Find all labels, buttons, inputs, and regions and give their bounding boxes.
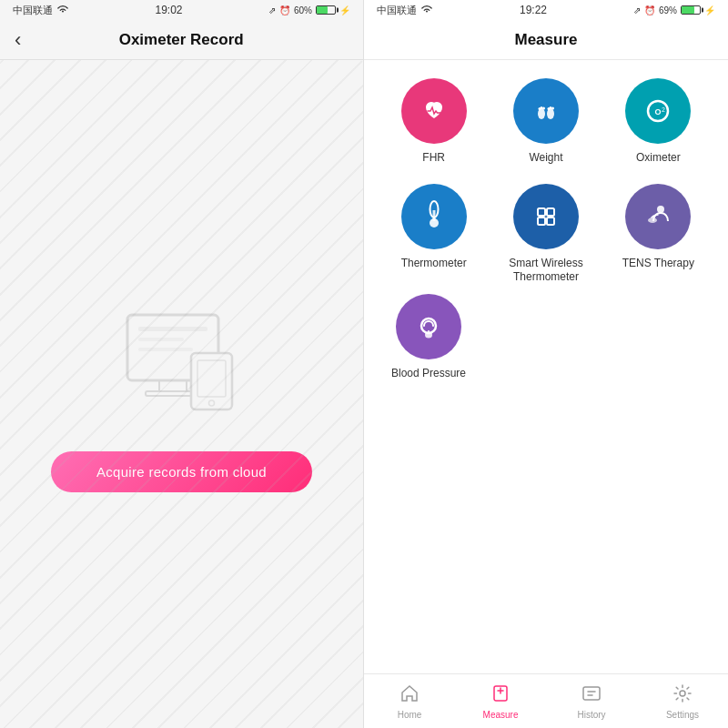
svg-rect-22	[432, 210, 435, 221]
left-status-bar: 中国联通 19:02 ⇗ ⏰ 60% ⚡	[0, 0, 363, 20]
svg-text:2: 2	[662, 106, 665, 113]
bp-label: Blood Pressure	[391, 367, 466, 381]
right-status-left: 中国联通	[377, 4, 433, 17]
weight-label: Weight	[529, 151, 562, 166]
right-wifi-icon	[420, 5, 433, 15]
svg-point-27	[657, 206, 664, 213]
measure-item-smart-thermo[interactable]: Smart WirelessThermometer	[494, 184, 597, 285]
empty-illustration	[109, 297, 255, 415]
svg-point-15	[549, 106, 551, 109]
measure-grid: FHR Weight	[382, 78, 710, 285]
tab-history-label: History	[577, 710, 605, 720]
svg-rect-5	[138, 348, 193, 351]
right-nav-title: Measure	[515, 31, 578, 49]
svg-rect-24	[547, 208, 554, 216]
measure-item-fhr[interactable]: FHR	[382, 78, 485, 166]
tab-settings[interactable]: Settings	[637, 683, 728, 720]
left-carrier: 中国联通	[13, 4, 53, 17]
tens-label: TENS Therapy	[622, 257, 694, 271]
svg-point-12	[540, 106, 542, 109]
left-status-right: ⇗ ⏰ 60% ⚡	[268, 5, 350, 15]
right-location-icon: ⇗	[633, 5, 641, 15]
measure-content: FHR Weight	[364, 60, 728, 673]
svg-rect-23	[538, 208, 545, 216]
right-carrier: 中国联通	[377, 4, 417, 17]
tab-home[interactable]: Home	[364, 683, 455, 720]
left-panel: 中国联通 19:02 ⇗ ⏰ 60% ⚡ ‹ Oximeter Record	[0, 0, 364, 728]
svg-point-13	[542, 107, 545, 110]
right-bolt-icon: ⚡	[704, 5, 715, 15]
tab-settings-label: Settings	[666, 710, 699, 720]
right-alarm-icon: ⏰	[644, 5, 655, 15]
svg-point-36	[680, 691, 685, 696]
left-location-icon: ⇗	[268, 5, 276, 15]
acquire-btn[interactable]: Acquire records from cloud	[51, 451, 312, 492]
right-nav-bar: Measure	[364, 20, 728, 60]
svg-point-9	[538, 108, 545, 119]
tab-measure-label: Measure	[483, 710, 519, 720]
fhr-icon-circle	[401, 78, 467, 144]
left-bolt-icon: ⚡	[339, 5, 350, 15]
left-battery-pct: 60%	[294, 5, 312, 15]
svg-point-10	[547, 108, 554, 119]
home-icon	[399, 683, 420, 707]
smart-thermo-icon-circle	[513, 184, 579, 249]
left-alarm-icon: ⏰	[279, 5, 290, 15]
measure-item-weight[interactable]: Weight	[494, 78, 597, 166]
tab-home-label: Home	[398, 710, 422, 720]
measure-item-bp[interactable]: Blood Pressure	[391, 294, 466, 381]
thermometer-label: Thermometer	[401, 257, 467, 271]
right-panel: 中国联通 19:22 ⇗ ⏰ 69% ⚡ Measure	[364, 0, 728, 728]
svg-rect-4	[138, 338, 184, 341]
right-battery-icon	[681, 5, 701, 15]
bottom-tab-bar: Home Measure History	[364, 673, 728, 728]
tab-history[interactable]: History	[546, 683, 637, 720]
back-button[interactable]: ‹	[15, 30, 21, 50]
left-status-left: 中国联通	[13, 4, 69, 17]
smart-thermo-label: Smart WirelessThermometer	[509, 257, 582, 285]
svg-rect-3	[138, 327, 207, 331]
measure-icon	[490, 683, 511, 707]
right-status-bar: 中国联通 19:22 ⇗ ⏰ 69% ⚡	[364, 0, 728, 20]
left-content: Acquire records from cloud	[0, 60, 363, 728]
oximeter-icon-circle: O 2	[625, 78, 691, 144]
settings-icon	[672, 683, 693, 707]
fhr-label: FHR	[422, 151, 445, 166]
left-nav-bar: ‹ Oximeter Record	[0, 20, 363, 60]
weight-icon-circle	[513, 78, 579, 144]
history-icon	[581, 683, 602, 707]
svg-point-28	[648, 217, 657, 223]
measure-item-thermometer[interactable]: Thermometer	[382, 184, 485, 285]
svg-rect-26	[547, 217, 554, 225]
thermometer-icon-circle	[401, 184, 467, 249]
measure-item-oximeter[interactable]: O 2 Oximeter	[607, 78, 710, 166]
bp-row: Blood Pressure	[382, 294, 710, 381]
left-wifi-icon	[56, 5, 69, 15]
svg-rect-25	[538, 217, 545, 225]
tab-measure[interactable]: Measure	[455, 683, 546, 720]
left-battery-icon	[316, 5, 336, 15]
measure-item-tens[interactable]: TENS Therapy	[607, 184, 710, 285]
svg-rect-35	[583, 687, 600, 700]
right-time: 19:22	[520, 4, 547, 16]
oximeter-label: Oximeter	[636, 151, 681, 166]
right-battery-pct: 69%	[659, 5, 677, 15]
tens-icon-circle	[625, 184, 691, 249]
left-time: 19:02	[155, 4, 182, 16]
svg-text:O: O	[655, 107, 662, 116]
bp-icon-circle	[396, 294, 461, 359]
svg-point-16	[551, 107, 554, 110]
svg-rect-1	[159, 380, 187, 391]
left-nav-title: Oximeter Record	[32, 31, 330, 49]
right-status-right: ⇗ ⏰ 69% ⚡	[633, 5, 715, 15]
